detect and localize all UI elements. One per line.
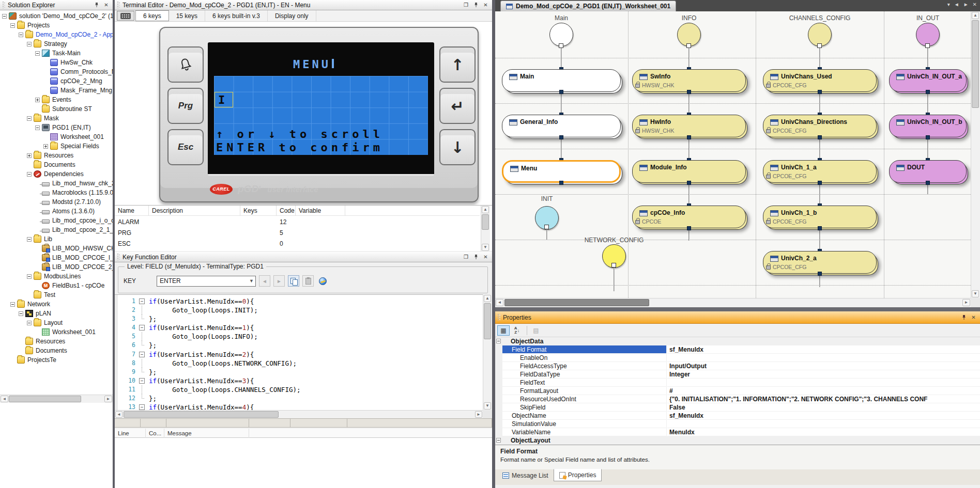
fold-collapse-icon[interactable]: −	[139, 298, 145, 304]
tree-expander[interactable]	[43, 144, 48, 149]
tree-expander[interactable]	[35, 98, 40, 102]
tab-properties[interactable]: Properties	[554, 469, 602, 481]
property-name[interactable]: ObjectName	[502, 412, 667, 420]
property-value[interactable]: MenuIdx	[667, 428, 980, 436]
tree-item[interactable]: Lib_mod_cpcoe_i_o_cfg_1_	[0, 216, 113, 225]
column-header-variable[interactable]: Variable	[296, 206, 345, 216]
prg-key[interactable]: Prg	[167, 88, 204, 124]
tree-item[interactable]: Mask	[0, 114, 113, 123]
property-row-objectname[interactable]: ObjectNamesf_MenuIdx	[495, 412, 980, 420]
table-cell[interactable]: 5	[277, 228, 296, 238]
prev-key-button[interactable]: ◄	[259, 275, 270, 287]
worksheet-hscrollbar[interactable]: ◄ ►	[495, 298, 971, 307]
property-value[interactable]: sf_MenuIdx	[667, 345, 980, 354]
st-code-editor[interactable]: 1−if(UserVarList.MenuIdx==0){2 Goto_loop…	[115, 294, 483, 410]
tree-expander[interactable]	[27, 172, 32, 177]
tree-item[interactable]: ModbusLines	[0, 272, 113, 281]
property-name[interactable]: Field Format	[502, 345, 667, 354]
nav-back-icon[interactable]: ◄	[954, 2, 959, 7]
terminal-editor-titlebar[interactable]: Terminal Editor - Demo_Mod_cpCOe_2 - PGD…	[115, 0, 492, 10]
property-name[interactable]: ObjectData	[502, 337, 667, 345]
code-line[interactable]: 7−if(UserVarList.MenuIdx==2){	[115, 350, 483, 359]
global-functions-button[interactable]	[317, 275, 328, 287]
message-column-co[interactable]: Co...	[146, 429, 164, 438]
property-category-objectdata[interactable]: ObjectData	[495, 337, 980, 345]
message-column-message[interactable]: Message	[164, 429, 249, 438]
tree-expander[interactable]	[10, 23, 15, 28]
property-name[interactable]: FieldText	[502, 379, 667, 387]
property-name[interactable]: VariableName	[502, 428, 667, 436]
tree-expander[interactable]	[27, 153, 32, 158]
worksheet-vscrollbar[interactable]: ▲ ▼	[971, 11, 980, 298]
tree-item[interactable]: Dependencies	[0, 169, 113, 179]
tree-item[interactable]: Comm_Protocols_Mng	[0, 67, 113, 76]
property-row-enableon[interactable]: EnableOn	[495, 354, 980, 362]
alarm-key[interactable]	[167, 46, 204, 83]
tree-item[interactable]: HwSw_Chk	[0, 58, 113, 67]
terminal-tab-display-only[interactable]: Display only	[268, 10, 316, 21]
mask-node-univch_in_out_a[interactable]: UnivCh_IN_OUT_a	[889, 69, 967, 92]
tree-item[interactable]: Worksheet_001	[0, 132, 113, 141]
property-row-simulationvalue[interactable]: SimulationValue	[495, 420, 980, 428]
property-name[interactable]: EnableOn	[502, 354, 667, 362]
maximize-icon[interactable]: ❐	[462, 1, 470, 9]
tree-expander[interactable]	[35, 51, 40, 56]
tree-item[interactable]: FieldBus1 - cpCOe	[0, 281, 113, 290]
drag-grip-icon[interactable]	[498, 314, 500, 321]
code-line[interactable]: 10−if(UserVarList.MenuIdx==3){	[115, 376, 483, 385]
tree-expander[interactable]	[27, 237, 32, 242]
scroll-down-icon[interactable]: ▼	[972, 290, 979, 297]
lcd-screen[interactable]: I ↑ or ↓ to scroll ENTER to confirm	[214, 76, 428, 155]
drag-grip-icon[interactable]	[3, 2, 5, 8]
close-icon[interactable]: ✕	[481, 1, 490, 9]
lcd-cursor-cell[interactable]: I	[215, 92, 233, 107]
scroll-left-icon[interactable]: ◄	[115, 411, 122, 418]
scroll-down-icon[interactable]: ▼	[482, 244, 489, 251]
scroll-up-icon[interactable]: ▲	[972, 12, 979, 19]
property-row-fieldtext[interactable]: FieldText	[495, 379, 980, 387]
worksheet-document-tab[interactable]: Demo_Mod_cpCOe_2_PGD1 (EN,IT)_Worksheet_…	[500, 1, 676, 11]
terminal-tab-15-keys[interactable]: 15 keys	[169, 10, 205, 21]
tree-item[interactable]: Resources	[0, 151, 113, 160]
tree-item[interactable]: Projects	[0, 21, 113, 30]
property-row-skipfield[interactable]: SkipFieldFalse	[495, 403, 980, 412]
scroll-right-icon[interactable]: ►	[104, 396, 112, 402]
close-icon[interactable]: ✕	[973, 2, 977, 7]
scroll-thumb[interactable]	[504, 299, 649, 306]
scroll-down-icon[interactable]: ▼	[484, 402, 491, 410]
tree-item[interactable]: Documents	[0, 160, 113, 169]
property-row-field-format[interactable]: Field Formatsf_MenuIdx	[495, 345, 980, 354]
solution-explorer-titlebar[interactable]: Solution Explorer ✕	[0, 0, 113, 10]
scroll-left-icon[interactable]: ◄	[496, 299, 503, 306]
tab-message-list[interactable]: Message List	[497, 469, 554, 482]
nav-forward-icon[interactable]: ►	[963, 2, 969, 7]
tree-item[interactable]: Subroutine ST	[0, 104, 113, 114]
solution-explorer-hscrollbar[interactable]: ◄ ►	[0, 395, 113, 403]
code-line[interactable]: 13−if(UserVarList.MenuIdx==4){	[115, 403, 483, 410]
tree-item[interactable]: Test	[0, 290, 113, 300]
tree-expander[interactable]	[27, 42, 32, 46]
property-row-resourceusedonint[interactable]: ResourceUsedOnInt{"0. INITIALISATION";"1…	[495, 395, 980, 403]
property-category-objectlayout[interactable]: ObjectLayout	[495, 436, 980, 445]
horizontal-splitter[interactable]	[495, 307, 980, 311]
mask-node-cpcoe_info[interactable]: cpCOe_InfoCPCOE	[632, 206, 746, 228]
tree-item[interactable]: Demo_Mod_cpCOe_2 - Applicati	[0, 30, 113, 39]
column-header-keys[interactable]: Keys	[240, 206, 277, 216]
property-name[interactable]: ResourceUsedOnInt	[502, 395, 667, 403]
property-value[interactable]: False	[667, 403, 980, 412]
property-value[interactable]: sf_MenuIdx	[667, 412, 980, 420]
collapse-icon[interactable]	[496, 438, 501, 443]
tree-expander[interactable]	[27, 274, 32, 279]
scroll-left-icon[interactable]: ◄	[1, 396, 8, 402]
property-row-fieldaccesstype[interactable]: FieldAccessTypeInput/Output	[495, 362, 980, 370]
tree-item[interactable]: Atoms (1.3.6.0)	[0, 207, 113, 216]
tree-item[interactable]: Task-Main	[0, 49, 113, 58]
enter-key[interactable]: ↵	[439, 88, 476, 124]
message-column-line[interactable]: Line	[115, 429, 146, 438]
table-cell[interactable]: ESC	[115, 239, 149, 249]
key-function-editor-titlebar[interactable]: Key Function Editor ❐ ✕	[115, 252, 492, 262]
alphabetical-sort-button[interactable]: AZ↓	[511, 325, 523, 336]
property-value[interactable]	[667, 354, 980, 362]
mask-node-menu[interactable]: Menu	[502, 160, 621, 183]
mask-node-module_info[interactable]: Module_Info	[632, 160, 746, 183]
